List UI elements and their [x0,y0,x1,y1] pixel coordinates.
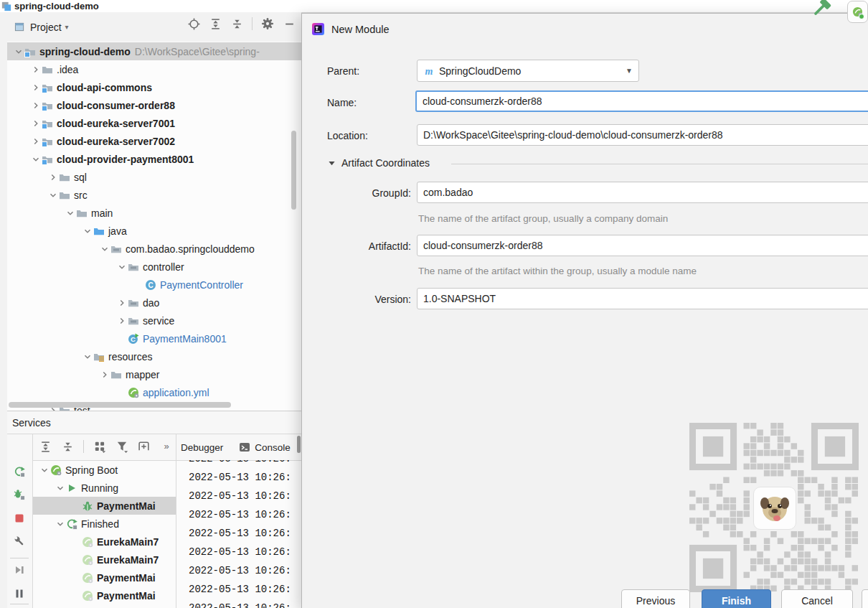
parent-combobox-value: SpringCloudDemo [439,65,626,77]
tree-item-label: application.yml [143,387,209,398]
tree-item[interactable]: Spring Boot [33,461,176,479]
tree-item[interactable]: EurekaMain7 [33,551,176,569]
tree-item[interactable]: sql [7,168,301,186]
chevron-right-icon[interactable] [30,118,42,129]
tree-item[interactable]: .idea [7,60,301,78]
tree-item[interactable]: cloud-provider-payment8001 [7,150,301,168]
name-input[interactable] [415,90,868,112]
chevron-right-icon[interactable] [30,64,42,75]
chevron-right-icon[interactable] [116,315,128,327]
tree-item[interactable]: java [7,222,301,240]
expand-all-button[interactable] [209,17,222,30]
chevron-right-icon[interactable] [99,369,110,380]
parent-combobox[interactable]: m SpringCloudDemo ▼ [417,60,639,82]
tree-item[interactable]: CPaymentMain8001 [7,329,301,347]
tree-item-label: .idea [57,64,78,75]
tree-item[interactable]: application.yml [7,383,301,401]
chevron-right-icon[interactable] [30,100,42,111]
chevron-down-icon[interactable] [55,518,66,530]
chevron-down-icon[interactable] [47,190,59,201]
services-tool-window: Services » Debugger Console Spring BootR… [7,411,301,608]
version-input[interactable] [417,288,868,309]
wrench-button[interactable] [13,535,26,548]
stop-button[interactable] [13,512,26,525]
tree-item[interactable]: cloud-eureka-server7002 [7,132,301,150]
tree-item[interactable]: com.badao.springclouddemo [7,240,301,258]
debug-rerun-button[interactable] [13,488,26,501]
settings-button[interactable] [261,17,274,30]
combobox-arrow-icon[interactable]: ▼ [626,67,633,75]
group-by-button[interactable] [93,440,106,453]
collapse-all-button[interactable] [230,17,243,30]
location-input[interactable] [417,124,868,146]
locate-button[interactable] [187,17,200,30]
build-hammer-icon[interactable] [811,0,832,19]
collapse-all-button[interactable] [61,440,74,453]
rerun-button[interactable] [13,465,26,478]
expand-all-button[interactable] [39,440,52,453]
tab-debugger[interactable]: Debugger [181,442,223,453]
tree-item[interactable]: PaymentMai [33,569,176,586]
console-output[interactable]: 2022-05-13 10:26:2022-05-13 10:26:2022-0… [176,460,301,608]
tree-item[interactable]: controller [7,258,301,276]
chevron-down-icon[interactable] [65,207,76,219]
tab-console[interactable]: Console [239,441,291,453]
tree-item[interactable]: EurekaMain7 [33,533,176,551]
chevron-down-icon[interactable] [82,225,93,237]
tree-item[interactable]: spring-cloud-demoD:\WorkSpace\Gitee\spri… [7,42,301,60]
tree-item[interactable]: dao [7,294,301,312]
tree-item[interactable]: PaymentMai [33,497,176,515]
tree-item[interactable]: src [7,186,301,204]
tree-item[interactable]: mapper [7,365,301,383]
tree-item[interactable]: service [7,312,301,329]
tree-item[interactable]: resources [7,347,301,365]
tree-item[interactable]: cloud-api-commons [7,78,301,96]
tree-item-label: EurekaMain7 [97,536,159,548]
chevron-right-icon[interactable] [30,136,42,147]
console-line: 2022-05-13 10:26: [176,505,301,524]
project-panel-title[interactable]: Project [30,22,62,33]
tree-item[interactable]: main [7,204,301,222]
window-titlebar: spring-cloud-demo [0,0,868,13]
chevron-down-icon[interactable] [99,243,110,255]
chevron-right-icon[interactable] [47,172,59,183]
chevron-down-icon[interactable] [39,464,50,476]
more-button[interactable]: » [160,440,173,453]
section-collapse-arrow-icon[interactable] [328,159,336,167]
chevron-down-icon[interactable] [30,154,42,165]
horizontal-scrollbar[interactable] [9,402,231,408]
tree-item[interactable]: cloud-eureka-server7001 [7,114,301,132]
tree-item-label: Finished [81,518,119,530]
tree-item[interactable]: Running [33,479,176,497]
artifactid-input[interactable] [417,235,868,256]
vertical-scrollbar[interactable] [291,131,296,210]
run-configuration-widget[interactable] [847,1,868,23]
tree-item[interactable]: Finished [33,515,176,533]
spring-faded-icon [82,536,95,548]
filter-button[interactable] [115,440,128,453]
chevron-down-icon[interactable] [55,482,66,494]
finish-button[interactable]: Finish [702,589,771,608]
artifact-coordinates-section[interactable]: Artifact Coordinates [328,157,430,169]
tree-item[interactable]: cloud-consumer-order88 [7,96,301,114]
chevron-down-icon[interactable]: ▾ [65,23,69,31]
chevron-down-icon[interactable] [82,351,93,363]
chevron-down-icon[interactable] [116,261,128,273]
pause-button[interactable] [13,587,26,600]
help-button[interactable] [862,589,868,608]
chevron-right-icon[interactable] [30,82,42,93]
chevron-spacer [70,536,82,548]
groupid-input[interactable] [417,182,868,203]
folder-sources-icon [93,225,106,237]
previous-button[interactable]: Previous [621,589,690,608]
console-scrollbar[interactable] [297,436,301,453]
add-service-button[interactable] [138,440,151,453]
tree-item[interactable]: PaymentMai [33,586,176,604]
tree-item[interactable]: CPaymentController [7,276,301,294]
chevron-right-icon[interactable] [116,297,128,309]
console-line: 2022-05-13 10:26: [176,468,301,487]
chevron-down-icon[interactable] [13,46,24,57]
cancel-button[interactable]: Cancel [781,589,853,608]
resume-button[interactable] [13,563,26,576]
hide-button[interactable] [283,17,296,30]
